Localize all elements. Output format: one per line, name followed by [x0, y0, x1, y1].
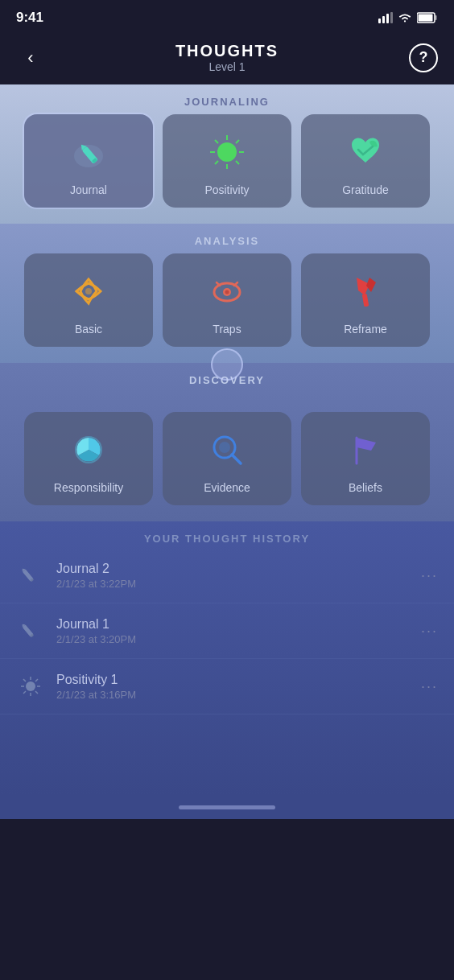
status-time: 9:41	[16, 10, 43, 26]
header-center: THOUGHTS Level 1	[175, 42, 279, 73]
history-section: YOUR THOUGHT HISTORY Journal 2 2/1/23 at…	[0, 521, 454, 795]
history-journal2-icon	[16, 561, 45, 590]
journal-icon	[67, 130, 110, 174]
basic-card[interactable]: Basic	[24, 253, 153, 347]
battery-icon	[417, 12, 438, 23]
svg-point-11	[217, 142, 237, 162]
svg-rect-0	[378, 19, 381, 23]
responsibility-card[interactable]: Responsibility	[24, 412, 153, 505]
history-journal2-more[interactable]: ···	[421, 567, 438, 584]
status-bar: 9:41	[0, 0, 454, 35]
reframe-card[interactable]: Reframe	[301, 253, 430, 347]
history-journal2-title: Journal 2	[56, 562, 421, 576]
svg-line-43	[23, 679, 26, 681]
back-button[interactable]: ‹	[16, 47, 45, 68]
discovery-overlay: DISCOVERY	[13, 363, 441, 393]
discovery-section: DISCOVERY Responsibility	[0, 363, 454, 521]
positivity-label: Positivity	[204, 183, 249, 196]
svg-rect-26	[362, 294, 369, 307]
svg-line-16	[215, 140, 218, 143]
beliefs-icon	[344, 428, 387, 471]
svg-rect-3	[390, 12, 393, 23]
discovery-cards: Responsibility Evidence Be	[13, 412, 441, 505]
svg-point-20	[85, 288, 92, 294]
history-item-positivity1[interactable]: Positivity 1 2/1/23 at 3:16PM ···	[0, 659, 454, 714]
beliefs-card[interactable]: Beliefs	[301, 412, 430, 505]
svg-line-19	[215, 161, 218, 164]
history-positivity1-more[interactable]: ···	[421, 678, 438, 695]
svg-line-46	[23, 691, 26, 694]
gratitude-card[interactable]: Gratitude	[301, 114, 430, 208]
wifi-icon	[398, 12, 412, 23]
level-subtitle: Level 1	[175, 60, 279, 73]
traps-icon	[205, 270, 249, 313]
help-button[interactable]: ?	[409, 43, 438, 72]
gratitude-icon	[344, 130, 387, 174]
evidence-card[interactable]: Evidence	[163, 412, 291, 505]
svg-point-38	[26, 681, 35, 691]
journaling-label: JOURNALING	[13, 84, 441, 114]
evidence-label: Evidence	[204, 481, 250, 494]
analysis-label: ANALYSIS	[13, 224, 441, 253]
signal-icon	[378, 12, 393, 23]
svg-line-18	[236, 140, 239, 143]
svg-rect-1	[382, 16, 385, 23]
history-journal1-more[interactable]: ···	[421, 623, 438, 640]
history-journal1-content: Journal 1 2/1/23 at 3:20PM	[56, 617, 421, 645]
svg-line-44	[35, 691, 38, 694]
app-header: ‹ THOUGHTS Level 1 ?	[0, 35, 454, 84]
status-icons	[378, 12, 438, 23]
history-positivity1-date: 2/1/23 at 3:16PM	[56, 689, 421, 701]
history-item-journal2[interactable]: Journal 2 2/1/23 at 3:22PM ···	[0, 548, 454, 603]
history-label: YOUR THOUGHT HISTORY	[0, 521, 454, 548]
history-journal2-date: 2/1/23 at 3:22PM	[56, 578, 421, 590]
traps-card[interactable]: Traps	[163, 253, 291, 347]
svg-rect-5	[435, 15, 437, 20]
journaling-cards: Journal P	[13, 114, 441, 208]
discovery-circle-overlay	[211, 348, 243, 381]
journaling-section: JOURNALING Journal	[0, 84, 454, 224]
traps-label: Traps	[213, 323, 241, 336]
svg-line-17	[236, 161, 239, 164]
responsibility-label: Responsibility	[54, 481, 123, 494]
analysis-cards: Basic Traps	[13, 253, 441, 347]
home-indicator	[0, 795, 454, 819]
history-journal1-title: Journal 1	[56, 617, 421, 632]
svg-point-30	[219, 442, 230, 453]
svg-line-45	[35, 679, 38, 681]
svg-rect-6	[419, 14, 433, 22]
history-journal1-icon	[16, 616, 45, 645]
journal-card[interactable]: Journal	[24, 114, 153, 208]
history-item-journal1[interactable]: Journal 1 2/1/23 at 3:20PM ···	[0, 603, 454, 659]
reframe-label: Reframe	[344, 323, 387, 336]
home-bar	[179, 805, 275, 809]
positivity-card[interactable]: Positivity	[163, 114, 291, 208]
page-title: THOUGHTS	[175, 42, 279, 60]
basic-icon	[67, 270, 110, 313]
svg-line-29	[232, 455, 241, 463]
gratitude-label: Gratitude	[342, 183, 389, 196]
analysis-section: ANALYSIS Basic	[0, 224, 454, 363]
journal-label: Journal	[70, 183, 107, 196]
reframe-icon	[344, 270, 387, 313]
history-journal1-date: 2/1/23 at 3:20PM	[56, 633, 421, 645]
basic-label: Basic	[75, 323, 102, 336]
evidence-icon	[205, 428, 249, 471]
history-positivity1-icon	[16, 672, 45, 701]
history-positivity1-content: Positivity 1 2/1/23 at 3:16PM	[56, 673, 421, 701]
responsibility-icon	[67, 428, 110, 471]
svg-point-23	[225, 290, 229, 294]
svg-rect-2	[386, 14, 389, 23]
history-journal2-content: Journal 2 2/1/23 at 3:22PM	[56, 562, 421, 590]
positivity-icon	[205, 130, 249, 174]
history-positivity1-title: Positivity 1	[56, 673, 421, 687]
beliefs-label: Beliefs	[349, 481, 382, 494]
